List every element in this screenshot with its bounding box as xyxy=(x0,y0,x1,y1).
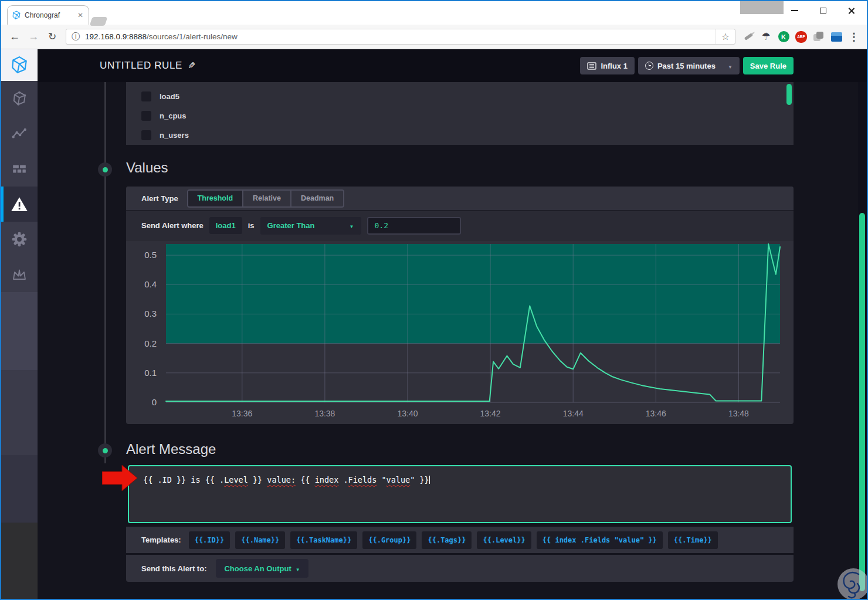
text-cursor xyxy=(429,476,430,484)
field-row-n-users[interactable]: n_users xyxy=(126,126,794,145)
svg-text:0: 0 xyxy=(152,397,157,407)
sidebar-item-dashboards[interactable] xyxy=(1,151,38,187)
alert-type-row: Alert Type Threshold Relative Deadman xyxy=(126,187,794,211)
sidebar-item-logo[interactable] xyxy=(1,49,38,81)
chevron-down-icon xyxy=(296,564,300,573)
message-token: value: xyxy=(267,475,296,484)
tab-relative[interactable]: Relative xyxy=(243,191,291,206)
extension-blue-icon[interactable] xyxy=(828,29,845,45)
field-label: n_users xyxy=(160,131,189,140)
tab-threshold[interactable]: Threshold xyxy=(188,191,243,206)
field-row-load5[interactable]: load5 xyxy=(126,87,794,106)
window-maximize-button[interactable] xyxy=(815,3,830,18)
sidebar-filler xyxy=(1,523,38,599)
template-chip-taskname[interactable]: {{.TaskName}} xyxy=(290,531,357,549)
svg-text:13:36: 13:36 xyxy=(232,409,252,418)
reload-button[interactable] xyxy=(43,28,61,46)
forward-button[interactable] xyxy=(25,28,42,46)
page-scrollbar-thumb[interactable] xyxy=(859,213,865,591)
choose-output-dropdown[interactable]: Choose An Output xyxy=(216,559,308,578)
url-host: 192.168.0.9:8888 xyxy=(85,32,147,41)
extension-umbrella-icon[interactable] xyxy=(758,29,774,45)
condition-field-chip[interactable]: load1 xyxy=(209,217,242,234)
new-tab-button[interactable] xyxy=(90,17,108,26)
window-minimize-button[interactable] xyxy=(787,3,802,18)
template-chip-time[interactable]: {{.Time}} xyxy=(668,531,718,549)
edit-pencil-icon[interactable] xyxy=(188,60,195,72)
extension-sessions-icon[interactable] xyxy=(811,29,827,45)
message-token: index xyxy=(315,475,339,484)
message-token: " }} xyxy=(410,475,429,484)
svg-text:0.5: 0.5 xyxy=(144,250,157,260)
svg-text:13:40: 13:40 xyxy=(397,409,418,418)
extension-brush-icon[interactable] xyxy=(740,29,757,45)
message-token: " xyxy=(377,475,386,484)
svg-text:0.3: 0.3 xyxy=(144,309,157,318)
sessions-icon xyxy=(813,32,824,42)
adblock-badge: ABP xyxy=(795,31,807,43)
tab-close-icon[interactable] xyxy=(76,11,84,19)
message-token: value xyxy=(386,475,411,484)
browser-titlebar: Chronograf xyxy=(1,1,867,25)
time-range-dropdown[interactable]: Past 15 minutes xyxy=(638,57,740,74)
chronograf-logo-icon xyxy=(10,56,29,74)
fields-panel-scrollbar[interactable] xyxy=(786,84,792,105)
sidebar-item-admin[interactable] xyxy=(1,222,38,257)
chevron-down-icon xyxy=(350,221,354,230)
template-chip-index-fields[interactable]: {{ index .Fields "value" }} xyxy=(537,531,663,549)
template-chip-tags[interactable]: {{.Tags}} xyxy=(422,531,472,549)
threshold-chart[interactable]: 00.10.20.30.40.513:3613:3813:4013:4213:4… xyxy=(126,240,794,424)
field-row-n-cpus[interactable]: n_cpus xyxy=(126,106,794,126)
sidebar-item-alerting[interactable] xyxy=(1,187,38,222)
threshold-value-input[interactable]: 0.2 xyxy=(367,217,461,235)
checkbox-n-users[interactable] xyxy=(141,130,151,140)
sidebar-item-hosts[interactable] xyxy=(1,81,38,116)
template-chip-level[interactable]: {{.Level}} xyxy=(477,531,531,549)
sidebar-item-data-explorer[interactable] xyxy=(1,116,38,151)
source-button[interactable]: Influx 1 xyxy=(580,57,635,74)
svg-text:0.2: 0.2 xyxy=(144,338,157,348)
page-scrollbar[interactable] xyxy=(858,82,867,599)
operator-label: Greater Than xyxy=(267,221,315,230)
template-chip-id[interactable]: {{.ID}} xyxy=(189,531,230,549)
tab-deadman[interactable]: Deadman xyxy=(291,191,343,206)
dashboards-grid-icon xyxy=(12,161,27,177)
alert-type-label: Alert Type xyxy=(141,194,178,203)
templates-label: Templates: xyxy=(141,535,181,544)
svg-text:0.1: 0.1 xyxy=(144,368,157,378)
alert-type-tabs: Threshold Relative Deadman xyxy=(187,189,345,208)
extension-kaspersky-icon[interactable]: K xyxy=(775,29,792,45)
back-button[interactable] xyxy=(6,28,23,46)
kaspersky-badge: K xyxy=(778,31,789,42)
bookmark-star-icon[interactable] xyxy=(716,29,735,44)
message-token: {{ .ID }} is {{ . xyxy=(143,475,224,484)
field-label: n_cpus xyxy=(160,111,187,120)
checkbox-load5[interactable] xyxy=(141,91,151,101)
fields-panel: load5 n_cpus n_users xyxy=(126,82,794,145)
url-bar[interactable]: 192.168.0.9:8888/sources/1/alert-rules/n… xyxy=(66,29,735,45)
red-annotation-arrow xyxy=(102,465,138,491)
sidebar-filler xyxy=(1,455,38,523)
message-token: }} xyxy=(248,475,267,484)
template-chip-name[interactable]: {{.Name}} xyxy=(235,531,285,549)
checkbox-n-cpus[interactable] xyxy=(141,111,151,121)
site-info-icon[interactable] xyxy=(72,31,80,42)
operator-dropdown[interactable]: Greater Than xyxy=(260,217,361,235)
save-rule-button[interactable]: Save Rule xyxy=(743,57,794,74)
alert-rule-page: load5 n_cpus n_users Values xyxy=(38,82,867,599)
blue-app-icon xyxy=(831,32,842,42)
sidebar-item-crown[interactable] xyxy=(1,257,38,292)
chrome-menu-icon[interactable] xyxy=(846,29,862,45)
rule-title[interactable]: UNTITLED RULE xyxy=(100,60,195,72)
app-topbar: UNTITLED RULE Influx 1 Past 15 minutes S… xyxy=(38,49,867,82)
url-text: 192.168.0.9:8888/sources/1/alert-rules/n… xyxy=(85,32,238,41)
browser-window: Chronograf 192.168.0.9:8888/sources/1/al… xyxy=(0,0,868,600)
extension-adblock-icon[interactable]: ABP xyxy=(793,29,809,45)
graph-line-icon xyxy=(12,126,27,141)
template-chip-group[interactable]: {{.Group}} xyxy=(362,531,416,549)
window-close-button[interactable] xyxy=(843,3,859,18)
browser-tab-chronograf[interactable]: Chronograf xyxy=(7,5,89,25)
gear-icon xyxy=(11,231,28,248)
chronograf-favicon xyxy=(12,11,21,20)
alert-message-textarea[interactable]: {{ .ID }} is {{ .Level }} value: {{ inde… xyxy=(128,465,792,523)
